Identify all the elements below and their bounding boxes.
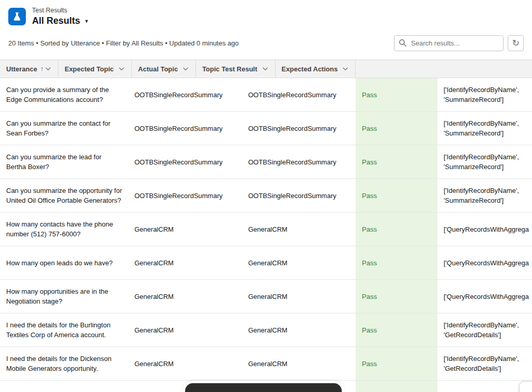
column-header[interactable]: Actual Topic [132,60,196,78]
expected-actions-cell: ['QueryRecordsWithAggrega [437,280,532,313]
topic-test-result-cell: Pass [356,280,437,313]
table-row[interactable]: How many opportunities are in the Negoti… [0,280,532,313]
search-box [394,35,504,51]
expected-actions-cell: ['IdentifyRecordByName', 'GetRecordDetai… [437,347,532,380]
column-menu-button[interactable] [117,64,126,73]
expected-topic-cell: GeneralCRM [128,313,242,346]
caret-down-icon: ▼ [84,14,89,27]
pass-badge: Pass [362,359,377,369]
actual-topic-cell: OOTBSingleRecordSummary [242,112,356,145]
column-menu-button[interactable] [341,64,350,73]
column-header[interactable]: Expected Actions [276,60,356,78]
column-header[interactable]: Topic Test Result [196,60,275,78]
table-row[interactable]: Can you summarize the contact for Sean F… [0,112,532,145]
pass-badge: Pass [362,258,377,268]
expected-actions-cell: ['IdentifyRecordByName', [437,381,532,392]
actual-topic-cell: GeneralCRM [242,313,356,346]
table-row[interactable]: Can you summarize the lead for Bertha Bo… [0,145,532,179]
column-header[interactable]: Utterance ↑ [0,60,58,78]
expected-topic-cell: OOTBSingleRecordSummary [128,179,242,212]
floating-corner-card[interactable] [519,381,532,392]
column-label: Utterance [6,65,37,73]
topic-test-result-cell: Pass [356,313,437,346]
table-row[interactable]: How many open leads do we have? GeneralC… [0,246,532,280]
list-meta-row: 20 Items • Sorted by Utterance • Filter … [8,35,524,59]
topic-test-result-cell: Pass [356,246,437,279]
topic-test-result-cell: Pass [356,145,437,178]
pass-badge: Pass [362,191,377,201]
pass-badge: Pass [362,124,377,133]
actual-topic-cell: GeneralCRM [242,280,356,313]
test-flask-icon [8,8,26,25]
chevron-down-icon [262,65,269,72]
chevron-down-icon [182,65,189,72]
column-menu-button[interactable] [181,64,190,73]
table-body: Can you provide a summary of the Edge Co… [0,78,532,392]
expected-topic-cell: OOTBSingleRecordSummary [128,112,242,145]
entity-label: Test Results [32,6,89,14]
expected-topic-cell: GeneralCRM [128,213,242,246]
column-menu-button[interactable] [261,64,270,73]
expected-topic-cell: OOTBSingleRecordSummary [128,78,242,111]
table-row[interactable]: Can you provide a summary of the Edge Co… [0,78,532,112]
utterance-cell: How many open leads do we have? [0,246,128,279]
chevron-down-icon [118,65,125,72]
title-stack: Test Results All Results ▼ [32,6,89,27]
expected-actions-cell: ['QueryRecordsWithAggrega [437,246,532,279]
expected-topic-cell: OOTBSingleRecordSummary [128,145,242,178]
refresh-icon: ↻ [512,39,519,48]
pass-badge: Pass [362,325,377,335]
column-menu-button[interactable] [43,64,53,73]
flask-glyph [12,11,22,22]
pass-badge: Pass [362,292,377,301]
expected-actions-cell: ['IdentifyRecordByName', 'SummarizeRecor… [437,145,532,178]
topic-test-result-cell: Pass [356,213,437,246]
topic-test-result-cell [356,381,437,392]
list-controls: ↻ [394,35,524,51]
expected-topic-cell: GeneralCRM [128,347,242,380]
results-table: Utterance ↑ Expected Topic [0,59,532,392]
expected-topic-cell: GeneralCRM [128,246,242,279]
actual-topic-cell: OOTBSingleRecordSummary [242,179,356,212]
list-view-name: All Results [32,15,80,26]
utterance-cell: Can you summarize the contact for Sean F… [0,112,128,145]
pass-badge: Pass [362,157,377,167]
column-label: Expected Actions [282,65,338,73]
chevron-down-icon [342,65,349,72]
utterance-cell: Can you provide a summary of the Edge Co… [0,78,128,111]
expected-actions-cell: ['IdentifyRecordByName', 'GetRecordDetai… [437,313,532,346]
utterance-cell: Can you summarize the lead for Bertha Bo… [0,145,128,178]
actual-topic-cell: GeneralCRM [242,347,356,380]
list-meta-text: 20 Items • Sorted by Utterance • Filter … [8,39,239,47]
actual-topic-cell: GeneralCRM [242,213,356,246]
chevron-down-icon [44,65,52,72]
list-view-selector[interactable]: All Results ▼ [32,14,89,27]
search-input[interactable] [394,35,504,51]
expected-actions-cell: ['IdentifyRecordByName', 'SummarizeRecor… [437,112,532,145]
table-row[interactable]: I need the details for the Burlington Te… [0,313,532,347]
table-row[interactable]: I need the details for the Dickenson Mob… [0,347,532,381]
topic-test-result-cell: Pass [356,78,437,111]
actual-topic-cell: OOTBSingleRecordSummary [242,145,356,178]
docked-panel-edge[interactable] [185,383,342,392]
topic-test-result-cell: Pass [356,347,437,380]
utterance-cell: I need the details for the Dickenson Mob… [0,347,128,380]
table-row[interactable]: Can you summarize the opportunity for Un… [0,179,532,213]
utterance-cell: I need the details for the lead Phyllis [0,381,128,392]
utterance-cell: How many opportunities are in the Negoti… [0,280,128,313]
column-header[interactable]: Expected Topic [58,60,132,78]
expected-actions-cell: ['IdentifyRecordByName', 'SummarizeRecor… [437,179,532,212]
refresh-button[interactable]: ↻ [508,35,524,51]
page-header: Test Results All Results ▼ 20 Items • So… [0,0,532,59]
utterance-cell: Can you summarize the opportunity for Un… [0,179,128,212]
title-row: Test Results All Results ▼ [8,6,524,27]
table-header-row: Utterance ↑ Expected Topic [0,59,532,78]
pass-badge: Pass [362,224,377,234]
expected-actions-cell: ['QueryRecordsWithAggrega [437,213,532,246]
table-row[interactable]: How many contacts have the phone number … [0,213,532,246]
actual-topic-cell: OOTBSingleRecordSummary [242,78,356,111]
column-label: Topic Test Result [202,65,257,73]
topic-test-result-cell: Pass [356,179,437,212]
utterance-cell: I need the details for the Burlington Te… [0,313,128,346]
pass-badge: Pass [362,90,377,100]
